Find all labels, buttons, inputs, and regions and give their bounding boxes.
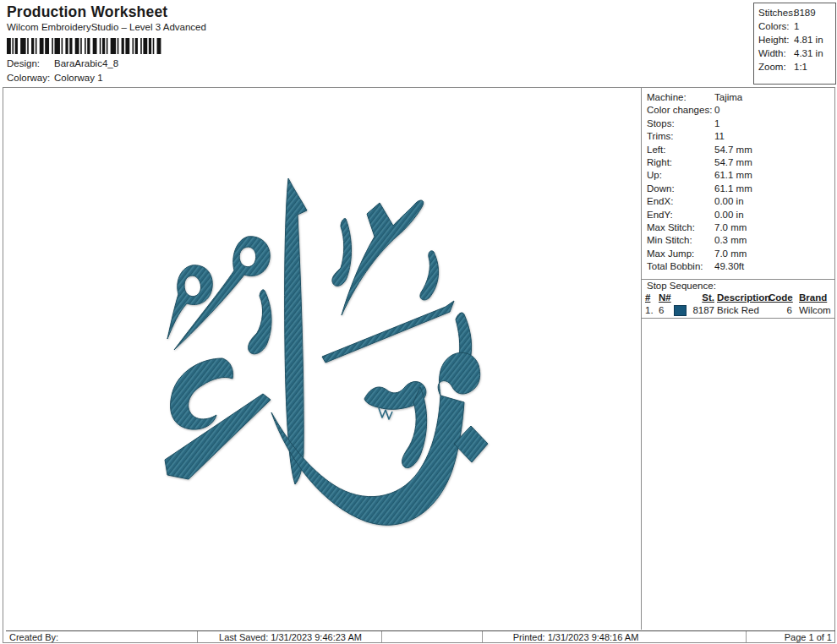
seq-st: 8187 <box>686 305 714 315</box>
machine-rows: Machine: Tajima Color changes: 0 Stops: … <box>642 91 834 273</box>
stats-value: 8189 <box>794 8 816 18</box>
machine-row: Min Stitch: 0.3 mm <box>642 234 834 247</box>
stop-sequence-row: 1. 6 8187 Brick Red 6 Wilcom <box>642 305 834 317</box>
glyph-loop-1 <box>167 265 212 339</box>
machine-row: Down: 61.1 mm <box>642 183 834 195</box>
col-num: # <box>645 292 650 303</box>
machine-row-value: 49.30ft <box>714 261 744 271</box>
machine-info-panel: Machine: Tajima Color changes: 0 Stops: … <box>641 88 834 630</box>
machine-row-label: Total Bobbin: <box>647 261 703 271</box>
col-brand: Brand <box>799 292 827 303</box>
machine-row: Machine: Tajima <box>642 91 834 104</box>
stats-row: Stitches: 8189 <box>754 5 835 19</box>
stop-sequence-header: # N# St. Description Code Brand <box>642 292 834 304</box>
stats-label: Height: <box>758 35 789 45</box>
footer-divider <box>197 631 198 642</box>
machine-row-value: 7.0 mm <box>714 248 747 259</box>
machine-row-label: Max Jump: <box>647 248 694 259</box>
machine-row-value: 0.00 in <box>714 196 744 206</box>
machine-row-label: Down: <box>647 183 675 194</box>
footer-created-by: Created By: <box>9 632 58 642</box>
stop-sequence-bottom-line <box>642 318 834 319</box>
seq-desc: Brick Red <box>717 305 759 315</box>
machine-row-value: 0.00 in <box>714 210 744 220</box>
stats-box: Stitches: 8189 Colors: 1 Height: 4.81 in… <box>753 3 836 85</box>
col-code: Code <box>769 292 792 303</box>
seq-n: 6 <box>659 305 664 315</box>
design-row: Design:BaraArabic4_8 <box>7 58 118 68</box>
machine-row-label: Left: <box>647 145 665 155</box>
machine-row-label: EndX: <box>647 196 673 206</box>
machine-row: Trims: 11 <box>642 130 834 143</box>
machine-row-value: 0 <box>714 105 719 115</box>
machine-row: Total Bobbin: 49.30ft <box>642 260 834 273</box>
machine-row-label: Min Stitch: <box>647 235 692 245</box>
col-st: St. <box>686 292 714 303</box>
seq-code: 6 <box>769 305 792 315</box>
machine-row: Color changes: 0 <box>642 104 834 117</box>
stats-label: Stitches: <box>758 8 796 18</box>
machine-row-value: 7.0 mm <box>714 222 747 232</box>
design-value: BaraArabic4_8 <box>54 58 118 68</box>
colorway-value: Colorway 1 <box>54 73 103 83</box>
design-barcode <box>7 38 162 54</box>
glyph-crescent <box>420 251 439 300</box>
machine-row-value: 0.3 mm <box>714 235 747 245</box>
machine-row-value: 11 <box>714 131 725 141</box>
machine-row-value: 54.7 mm <box>714 157 752 167</box>
machine-row-label: Right: <box>647 157 672 167</box>
main-content-box: Machine: Tajima Color changes: 0 Stops: … <box>3 87 835 643</box>
glyph-ayn-head <box>171 358 233 429</box>
machine-row-label: EndY: <box>647 210 673 220</box>
glyph-loop-2 <box>174 237 270 350</box>
production-worksheet-page: Production Worksheet Wilcom EmbroiderySt… <box>0 0 837 644</box>
glyph-s-connector <box>456 313 472 358</box>
seq-brand: Wilcom <box>799 305 831 315</box>
stats-value: 1 <box>794 21 799 31</box>
seq-num: 1. <box>645 305 654 315</box>
stats-value: 4.81 in <box>794 35 823 45</box>
stats-row: Width: 4.31 in <box>754 46 835 59</box>
stats-row: Colors: 1 <box>754 19 835 32</box>
col-desc: Description <box>717 292 770 303</box>
machine-row-value: 54.7 mm <box>714 145 752 155</box>
glyph-thin-bar <box>322 301 454 363</box>
stats-label: Colors: <box>758 21 789 31</box>
colorway-label: Colorway: <box>7 73 54 83</box>
machine-row-value: 61.1 mm <box>714 170 752 180</box>
footer-bar: Created By: Last Saved: 1/31/2023 9:46:2… <box>6 630 835 642</box>
thread-color-swatch <box>674 305 687 316</box>
glyph-stitch-zigzag <box>379 408 392 419</box>
colorway-row: Colorway:Colorway 1 <box>7 73 103 83</box>
stats-label: Width: <box>758 48 786 58</box>
design-label: Design: <box>7 58 54 68</box>
machine-row-label: Max Stitch: <box>647 222 695 232</box>
stop-sequence-rows: 1. 6 8187 Brick Red 6 Wilcom <box>642 305 834 317</box>
machine-row-label: Stops: <box>647 118 675 128</box>
stop-sequence-separator <box>642 279 834 280</box>
footer-divider <box>381 631 382 642</box>
design-preview-area <box>3 88 641 630</box>
footer-last-saved: Last Saved: 1/31/2023 9:46:23 AM <box>200 632 381 642</box>
machine-row: Max Jump: 7.0 mm <box>642 248 834 260</box>
embroidery-design-preview <box>153 166 508 546</box>
glyph-hook-2 <box>249 290 271 354</box>
stats-value: 4.31 in <box>794 48 823 58</box>
stats-row: Height: 4.81 in <box>754 32 835 46</box>
machine-row-label: Machine: <box>647 92 687 102</box>
machine-row-label: Up: <box>647 170 662 180</box>
machine-row: Left: 54.7 mm <box>642 144 834 156</box>
stats-value: 1:1 <box>794 62 807 72</box>
stats-label: Zoom: <box>758 62 786 72</box>
machine-row-value: 61.1 mm <box>714 183 752 194</box>
machine-row: Right: 54.7 mm <box>642 156 834 169</box>
software-subtitle: Wilcom EmbroideryStudio – Level 3 Advanc… <box>7 22 206 32</box>
machine-row: Max Stitch: 7.0 mm <box>642 221 834 234</box>
machine-row: EndX: 0.00 in <box>642 195 834 208</box>
machine-row-label: Color changes: <box>647 105 712 115</box>
footer-printed: Printed: 1/31/2023 9:48:16 AM <box>482 632 670 642</box>
stop-sequence-title: Stop Sequence: <box>647 281 716 291</box>
stats-row: Zoom: 1:1 <box>754 59 835 73</box>
machine-row-value: 1 <box>714 118 719 128</box>
footer-page-number: Page 1 of 1 <box>746 632 832 642</box>
